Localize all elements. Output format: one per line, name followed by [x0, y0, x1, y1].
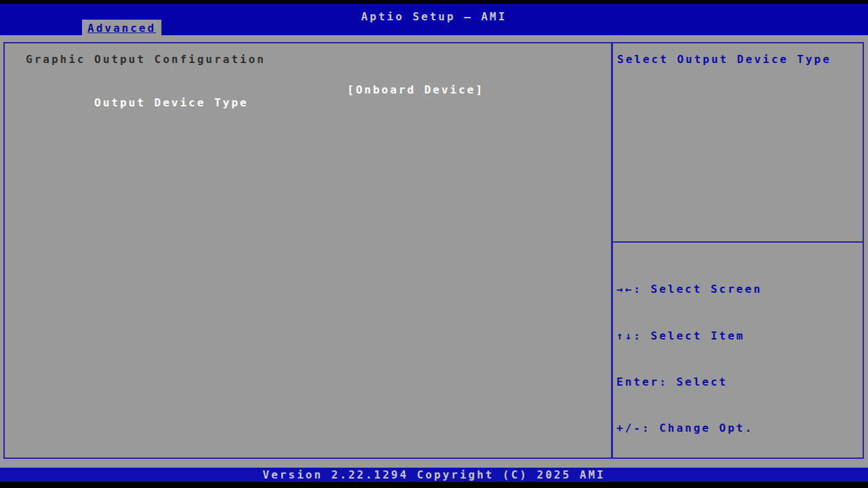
tab-advanced[interactable]: Advanced — [82, 20, 161, 35]
panel-frame: Graphic Output Configuration Output Devi… — [3, 42, 864, 459]
version-text: Version 2.22.1294 Copyright (C) 2025 AMI — [0, 468, 868, 482]
help-panel: Select Output Device Type →←: Select Scr… — [611, 43, 863, 458]
help-text: Select Output Device Type — [617, 53, 859, 66]
help-panel-divider — [613, 241, 863, 243]
legend-item-change-opt: +/-: Change Opt. — [616, 421, 805, 436]
key-legend: →←: Select Screen ↑↓: Select Item Enter:… — [616, 251, 805, 488]
status-bar: Version 2.22.1294 Copyright (C) 2025 AMI — [0, 468, 868, 482]
section-title: Graphic Output Configuration — [26, 53, 266, 66]
setting-value: [Onboard Device] — [347, 83, 484, 96]
setup-screen: Graphic Output Configuration Output Devi… — [0, 35, 868, 468]
legend-item-enter-select: Enter: Select — [616, 375, 805, 390]
settings-panel: Graphic Output Configuration Output Devi… — [5, 43, 611, 458]
legend-item-select-item: ↑↓: Select Item — [616, 329, 805, 344]
legend-item-select-screen: →←: Select Screen — [616, 282, 805, 298]
setting-label: Output Device Type — [94, 96, 248, 109]
setting-row-output-device-type[interactable]: Output Device Type [Onboard Device] — [26, 83, 595, 97]
